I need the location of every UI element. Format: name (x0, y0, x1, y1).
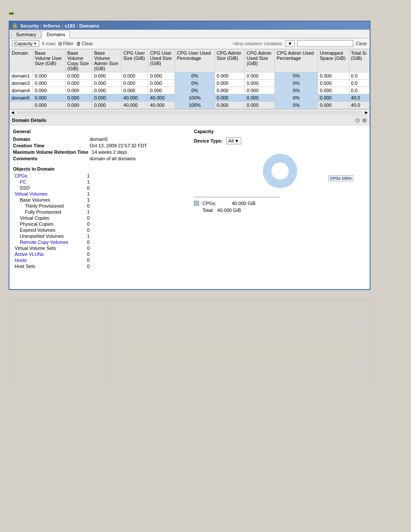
title-bar-icon: 🔒 (12, 23, 18, 28)
obj-label-0[interactable]: CPGs (15, 173, 84, 178)
obj-value-1: 1 (87, 179, 90, 184)
bottom-row-3 (9, 342, 370, 364)
creation-time-row: Creation Time Oct 13, 2009 22:57:32 FDT (13, 143, 185, 148)
capacity-legend: CPGs: 40.000 GiB Total: 40.000 GiB (194, 201, 366, 213)
objects-section: Objects in Domain CPGs1FC1SSD0Virtual Vo… (13, 166, 185, 269)
clear-icon: 🗑 (76, 41, 81, 46)
max-retention-row: Maximum Volume Retention Time 14 weeks 2… (13, 149, 185, 155)
cell-0-2: 0.000 (65, 72, 92, 80)
title-bar-text: Security : InServs : s183 : Domains (20, 23, 99, 28)
obj-label-7: Virtual Copies (15, 215, 84, 221)
details-icon-1[interactable]: ⊙ (355, 117, 360, 124)
obj-label-11[interactable]: Remote Copy Volumes (15, 240, 84, 245)
cell-0-8: 0.000 (245, 72, 275, 80)
obj-value-0: 1 (87, 173, 90, 178)
bottom-row-2 (9, 321, 370, 342)
bottom-row-4 (9, 364, 370, 386)
device-type-arrow: ▼ (234, 138, 239, 143)
obj-row-15: Host Sets0 (13, 264, 185, 269)
bottom-table (9, 299, 370, 386)
toolbar-right: <Any column> contains: ▼ Clear (232, 40, 367, 47)
device-type-select[interactable]: All ▼ (226, 137, 241, 144)
obj-label-10: Unexported Volumes (15, 233, 84, 239)
obj-label-2: SSD (15, 185, 84, 190)
col-cpg-user-pct[interactable]: CPG User UsedPercentage (175, 50, 215, 72)
col-unmapped[interactable]: UnmappedSpace (GiB) (318, 50, 349, 72)
total-cpg-user-used: 40.000 (148, 102, 175, 109)
total-cpg-admin-size: 0.000 (215, 102, 245, 109)
obj-label-15: Host Sets (15, 264, 84, 269)
cell-3-2: 0.000 (65, 94, 92, 102)
cell-1-7: 0.000 (215, 80, 245, 87)
tab-domains[interactable]: Domains (42, 31, 70, 38)
search-input[interactable] (297, 40, 353, 47)
cell-2-11: 0.0 (349, 87, 369, 94)
obj-value-5: 0 (87, 203, 90, 208)
obj-label-1[interactable]: FC (15, 179, 84, 184)
col-cpg-user-size[interactable]: CPG UserSize (GiB) (121, 50, 148, 72)
scroll-track[interactable] (17, 111, 362, 114)
separator (194, 197, 280, 197)
table-row-2[interactable]: domain40.0000.0000.0000.0000.0000%0.0000… (10, 87, 370, 94)
domain-details-title: Domain Details (12, 118, 46, 123)
obj-row-5: Thinly Provisioned0 (13, 203, 185, 208)
cell-0-3: 0.000 (92, 72, 121, 80)
cell-2-3: 0.000 (92, 87, 121, 94)
comments-value: domain of all domains (90, 156, 136, 161)
col-base-vol-copy[interactable]: BaseVolumeCopy Size(GiB) (65, 50, 92, 72)
obj-row-10: Unexported Volumes1 (13, 233, 185, 239)
cell-1-1: 0.000 (33, 80, 65, 87)
col-base-vol-user[interactable]: BaseVolume UserSize (GiB) (33, 50, 65, 72)
detail-icons: ⊙ ⊗ (355, 117, 367, 124)
details-icon-2[interactable]: ⊗ (362, 117, 367, 124)
cell-0-0: domain1 (10, 72, 33, 80)
bottom-cell-1-1 (9, 299, 109, 321)
horizontal-scrollbar[interactable]: ◀ ▶ (9, 109, 370, 115)
table-row-3[interactable]: domain50.0000.0000.00040.00040.000100%0.… (10, 94, 370, 102)
domain-value: domain5 (90, 137, 108, 142)
col-total[interactable]: Total Si(GiB) (349, 50, 369, 72)
bottom-cell-1-2 (109, 299, 370, 321)
capacity-dropdown[interactable]: Capacity ▼ (12, 40, 39, 47)
device-type-label: Device Type: (194, 138, 223, 143)
scroll-right-arrow[interactable]: ▶ (363, 110, 370, 115)
tab-summary[interactable]: Summary (11, 31, 41, 38)
col-cpg-user-used[interactable]: CPG UserUsed Size(GiB) (148, 50, 175, 72)
cell-3-3: 0.000 (92, 94, 121, 102)
device-type-row: Device Type: All ▼ (194, 137, 366, 144)
contains-dropdown[interactable]: ▼ (286, 40, 295, 47)
filter-button[interactable]: ⊞ Filter (58, 41, 73, 47)
total-cpg-user-size: 40.000 (121, 102, 148, 109)
pie-center (271, 162, 289, 180)
obj-row-2: SSD0 (13, 185, 185, 190)
table-row-1[interactable]: domain30.0000.0000.0000.0000.0000%0.0000… (10, 80, 370, 87)
max-retention-label: Maximum Volume Retention Time (13, 149, 88, 155)
cell-3-8: 0.000 (245, 94, 275, 102)
obj-value-3: 1 (87, 191, 90, 196)
cell-2-6: 0% (175, 87, 215, 94)
total-cpg-user-pct: 100% (175, 102, 215, 109)
bottom-row-1 (9, 299, 370, 321)
col-cpg-admin-pct[interactable]: CPG Admin UsedPercentage (275, 50, 318, 72)
col-cpg-admin-size[interactable]: CPG AdminSize (GiB) (215, 50, 245, 72)
obj-row-6: Fully Provisioned1 (13, 209, 185, 215)
legend-total-value: 40.000 GiB (217, 208, 241, 213)
clear-label: Clear (82, 41, 93, 46)
total-cpg-admin-used: 0.000 (245, 102, 275, 109)
cell-3-4: 40.000 (121, 94, 148, 102)
col-cpg-admin-used[interactable]: CPG AdminUsed Size(GiB) (245, 50, 275, 72)
col-base-vol-admin[interactable]: BaseVolumeAdmin Size(GiB) (92, 50, 121, 72)
domain-info-row: Domain domain5 (13, 137, 185, 142)
obj-value-15: 0 (87, 264, 90, 269)
bottom-cell-4-1 (9, 364, 109, 386)
clear-right-button[interactable]: Clear (356, 41, 367, 46)
obj-label-13[interactable]: Active VLUNs (15, 252, 84, 257)
col-domain[interactable]: Domain (10, 50, 33, 72)
obj-value-7: 0 (87, 215, 90, 221)
cell-2-0: domain4 (10, 87, 33, 94)
scroll-left-arrow[interactable]: ◀ (9, 110, 16, 115)
table-row-0[interactable]: domain10.0000.0000.0000.0000.0000%0.0000… (10, 72, 370, 80)
clear-button[interactable]: 🗑 Clear (76, 41, 93, 46)
obj-label-3[interactable]: Virtual Volumes (15, 191, 84, 196)
obj-label-14[interactable]: Hosts (15, 258, 84, 263)
